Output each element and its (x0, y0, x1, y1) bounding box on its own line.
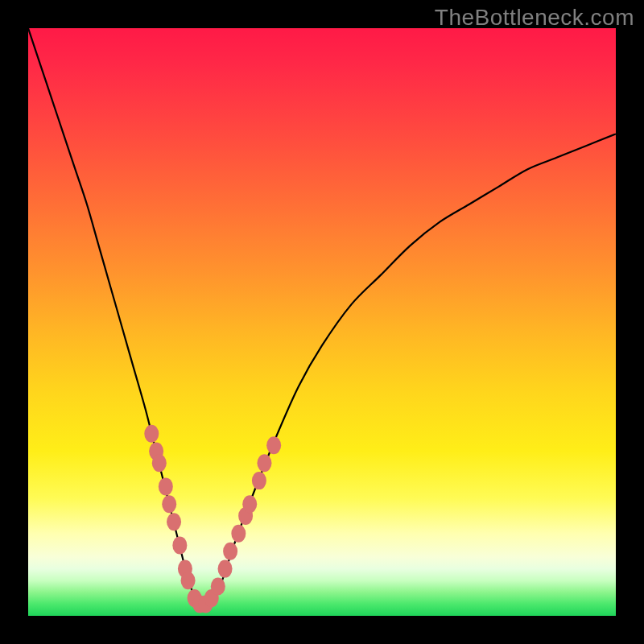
chart-frame: TheBottleneck.com (0, 0, 644, 644)
data-marker (159, 477, 173, 495)
data-marker (223, 543, 237, 560)
chart-svg (28, 28, 616, 616)
marker-group (144, 425, 281, 613)
data-marker (252, 472, 266, 489)
data-marker (152, 454, 167, 472)
data-marker (218, 560, 233, 578)
data-marker (242, 495, 257, 513)
data-marker (231, 525, 246, 543)
data-marker (266, 436, 281, 454)
plot-area (28, 28, 616, 616)
data-marker (144, 425, 159, 443)
data-marker (211, 578, 225, 596)
data-marker (162, 495, 176, 513)
data-marker (172, 536, 187, 554)
bottleneck-curve (28, 28, 616, 610)
data-marker (167, 513, 181, 530)
watermark-text: TheBottleneck.com (435, 5, 634, 31)
data-marker (181, 572, 196, 589)
data-marker (257, 454, 271, 472)
